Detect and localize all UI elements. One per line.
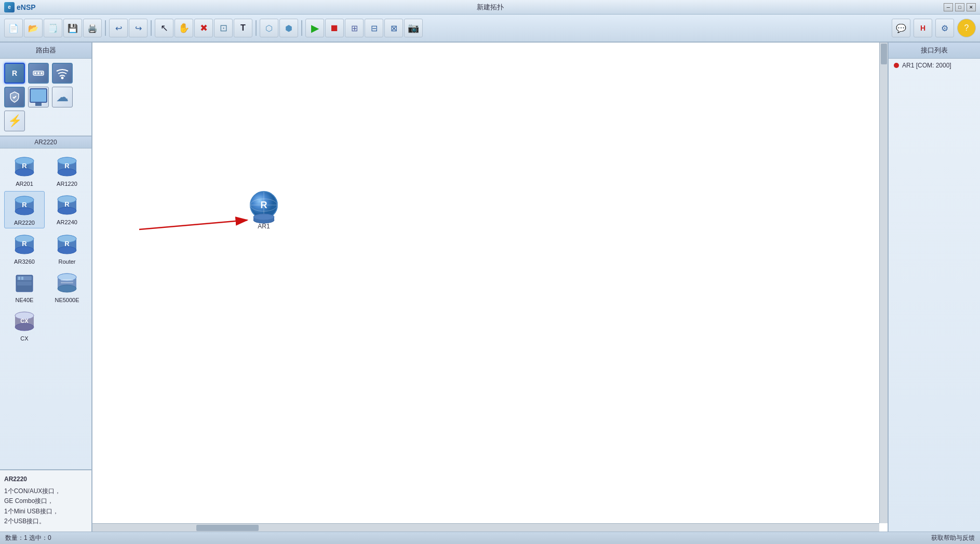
delete-button[interactable]: ✖ <box>194 19 213 37</box>
zoom-out-button[interactable]: ⊟ <box>365 19 383 37</box>
disconnect-button[interactable]: ⬢ <box>279 19 298 37</box>
ar1-status-dot <box>894 63 899 68</box>
camera-button[interactable]: 📷 <box>404 19 423 37</box>
svg-rect-40 <box>21 277 23 280</box>
svg-point-2 <box>37 72 39 74</box>
ar1-device-icon: R <box>248 191 279 222</box>
router-icon: R <box>55 233 79 257</box>
sidebar-router-type-button[interactable]: R <box>4 63 25 84</box>
ar201-icon: R <box>12 155 37 180</box>
toolbar: 📄 📂 🗒️ 💾 🖨️ ↩ ↪ ↖ ✋ ✖ ⊡ T ⬡ ⬢ ▶ ⏹ ⊞ ⊟ ⊠ … <box>0 15 980 43</box>
drag-arrow <box>139 220 247 229</box>
sidebar-cloud-type-button[interactable]: ☁ <box>52 87 73 107</box>
sidebar-other-type-button[interactable]: ⚡ <box>4 111 25 131</box>
router-label: Router <box>58 259 75 265</box>
sidebar-firewall-type-button[interactable] <box>4 87 25 107</box>
app-title: eNSP <box>17 3 36 11</box>
canvas-area[interactable]: R AR1 <box>92 43 888 532</box>
left-sidebar: 路由器 R <box>0 43 92 532</box>
select-button[interactable]: ↖ <box>155 19 173 37</box>
settings-button[interactable]: ⚙ <box>935 19 954 37</box>
ar1-port-label: AR1 [COM: 2000] <box>902 62 951 69</box>
svg-rect-39 <box>18 277 20 280</box>
redo-button[interactable]: ↪ <box>129 19 147 37</box>
device-grid: R AR201 <box>0 148 91 348</box>
stop-button[interactable]: ⏹ <box>325 19 344 37</box>
sidebar-pc-type-button[interactable] <box>28 87 49 107</box>
sidebar-desc-text: 1个CON/AUX接口， GE Combo接口， 1个Mini USB接口， 2… <box>4 486 87 526</box>
minimize-button[interactable]: ─ <box>944 3 953 11</box>
new-button[interactable]: 📄 <box>4 19 23 37</box>
right-panel: 接口列表 AR1 [COM: 2000] <box>888 43 980 532</box>
svg-text:CX: CX <box>20 318 29 324</box>
svg-point-1 <box>34 72 36 74</box>
svg-point-43 <box>58 285 76 292</box>
select-all-button[interactable]: ⊡ <box>214 19 233 37</box>
ar3260-icon: R <box>12 233 37 257</box>
ar1220-label: AR1220 <box>57 181 77 187</box>
scrollbar-right-thumb[interactable] <box>881 44 887 64</box>
device-item-router[interactable]: R Router <box>47 230 87 267</box>
maximize-button[interactable]: □ <box>955 3 964 11</box>
save-as-button[interactable]: 🗒️ <box>44 19 62 37</box>
svg-point-4 <box>62 77 63 79</box>
svg-point-3 <box>41 72 43 74</box>
message-button[interactable]: 💬 <box>892 19 910 37</box>
svg-text:R: R <box>261 200 267 210</box>
svg-point-17 <box>15 208 34 215</box>
canvas-device-ar1[interactable]: R AR1 <box>248 191 279 230</box>
console-button[interactable]: ⊞ <box>345 19 364 37</box>
ne40e-label: NE40E <box>16 297 34 303</box>
huawei-button[interactable]: H <box>914 19 932 37</box>
device-item-ar201[interactable]: R AR201 <box>4 153 45 189</box>
svg-point-7 <box>15 169 34 176</box>
canvas-arrows <box>92 43 888 532</box>
device-item-ar3260[interactable]: R AR3260 <box>4 230 45 267</box>
ar2240-icon: R <box>55 193 79 218</box>
device-item-ne5000e[interactable]: NE5000E <box>47 269 87 305</box>
device-item-cx[interactable]: CX CX <box>4 307 45 344</box>
svg-point-22 <box>58 207 76 214</box>
logo-icon: e <box>4 2 15 12</box>
pan-button[interactable]: ✋ <box>174 19 193 37</box>
svg-point-27 <box>15 247 34 254</box>
device-item-ar1220[interactable]: R AR1220 <box>47 153 87 189</box>
svg-text:R: R <box>64 240 70 248</box>
canvas-scrollbar-bottom[interactable] <box>92 523 879 532</box>
canvas-scrollbar-right[interactable] <box>879 43 888 523</box>
window-title: 新建拓扑 <box>477 3 504 12</box>
svg-text:R: R <box>22 240 27 248</box>
connect-button[interactable]: ⬡ <box>260 19 278 37</box>
print-button[interactable]: 🖨️ <box>83 19 102 37</box>
sidebar-title: 路由器 <box>0 43 91 59</box>
ar2220-icon: R <box>12 194 37 219</box>
undo-button[interactable]: ↩ <box>109 19 128 37</box>
text-button[interactable]: T <box>234 19 252 37</box>
help-button[interactable]: ? <box>957 19 976 37</box>
svg-rect-45 <box>61 279 73 281</box>
cx-label: CX <box>20 335 28 342</box>
app-logo: e eNSP <box>4 2 36 12</box>
close-button[interactable]: ✕ <box>966 3 976 11</box>
svg-text:R: R <box>22 201 27 209</box>
ar1-label: AR1 <box>258 223 270 230</box>
save-button[interactable]: 💾 <box>63 19 82 37</box>
cx-icon: CX <box>12 309 37 334</box>
right-panel-item-ar1[interactable]: AR1 [COM: 2000] <box>889 59 980 72</box>
ne5000e-label: NE5000E <box>55 297 79 303</box>
open-button[interactable]: 📂 <box>24 19 43 37</box>
device-type-selector: R <box>0 59 91 136</box>
sidebar-wireless-type-button[interactable] <box>52 63 73 84</box>
device-list-scroll[interactable]: AR2220 R <box>0 136 91 469</box>
svg-text:R: R <box>64 200 70 208</box>
sidebar-switch-type-button[interactable] <box>28 63 49 84</box>
zoom-in-button[interactable]: ⊠ <box>384 19 403 37</box>
start-button[interactable]: ▶ <box>305 19 324 37</box>
device-item-ar2220[interactable]: R AR2220 <box>4 191 45 228</box>
toolbar-separator-3 <box>256 20 257 36</box>
device-item-ne40e[interactable]: NE40E <box>4 269 45 305</box>
svg-rect-46 <box>61 282 73 283</box>
svg-point-60 <box>253 214 274 220</box>
scrollbar-bottom-thumb[interactable] <box>196 525 259 531</box>
device-item-ar2240[interactable]: R AR2240 <box>47 191 87 228</box>
